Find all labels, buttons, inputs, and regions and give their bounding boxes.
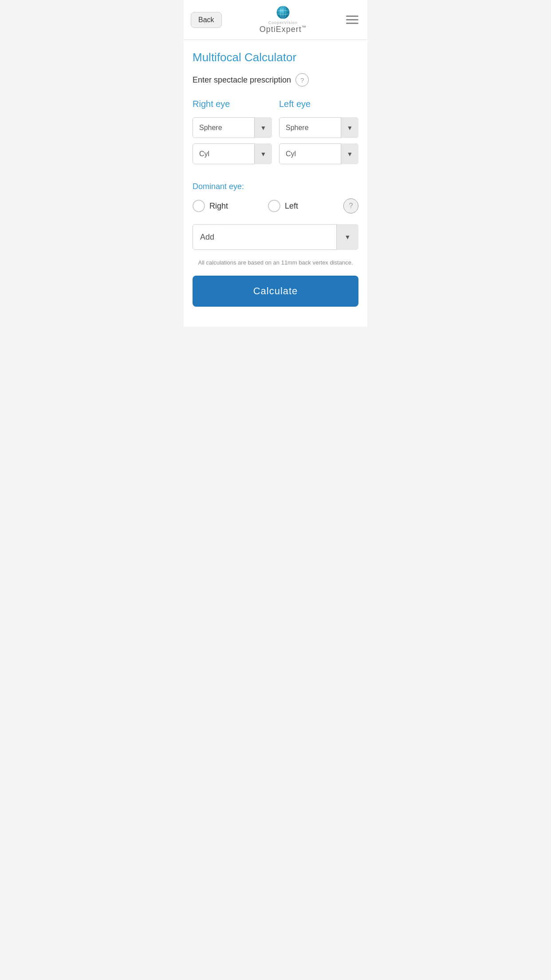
- dominant-left-option[interactable]: Left: [268, 200, 338, 212]
- right-sphere-select[interactable]: Sphere: [193, 117, 272, 138]
- prescription-label-text: Enter spectacle prescription: [193, 75, 291, 85]
- menu-line-3: [346, 23, 358, 24]
- add-section: Add ▼: [193, 224, 358, 250]
- left-sphere-select[interactable]: Sphere: [279, 117, 358, 138]
- prescription-help-button[interactable]: ?: [295, 73, 309, 87]
- left-cyl-select[interactable]: Cyl: [279, 143, 358, 164]
- menu-button[interactable]: [344, 14, 360, 26]
- dominant-right-radio[interactable]: [193, 200, 205, 212]
- back-button[interactable]: Back: [191, 12, 222, 28]
- right-cyl-wrapper: Cyl ▼: [193, 143, 272, 164]
- header: Back CooperVision OptiExpert: [184, 0, 367, 40]
- dominant-left-label: Left: [285, 202, 298, 211]
- main-content: Multifocal Calculator Enter spectacle pr…: [184, 40, 367, 317]
- right-eye-label: Right eye: [193, 99, 272, 109]
- dominant-eye-section: Dominant eye: Right Left ?: [193, 182, 358, 213]
- coopervision-logo: [276, 5, 290, 20]
- disclaimer-text: All calculations are based on an 11mm ba…: [193, 259, 358, 267]
- right-eye-column: Right eye Sphere ▼ Cyl ▼: [193, 99, 272, 170]
- dominant-help-button[interactable]: ?: [343, 198, 358, 213]
- right-sphere-wrapper: Sphere ▼: [193, 117, 272, 138]
- header-center: CooperVision OptiExpert™: [260, 5, 307, 34]
- left-eye-label: Left eye: [279, 99, 358, 109]
- eye-columns: Right eye Sphere ▼ Cyl ▼ Left eye: [193, 99, 358, 170]
- brand-name: OptiExpert™: [260, 25, 307, 34]
- left-sphere-wrapper: Sphere ▼: [279, 117, 358, 138]
- calculate-button[interactable]: Calculate: [193, 276, 358, 307]
- brand-sub-label: CooperVision: [268, 20, 298, 25]
- dominant-eye-radio-group: Right Left ?: [193, 198, 358, 213]
- right-cyl-select[interactable]: Cyl: [193, 143, 272, 164]
- menu-line-1: [346, 16, 358, 17]
- menu-line-2: [346, 19, 358, 20]
- phone-container: Back CooperVision OptiExpert: [184, 0, 367, 327]
- dominant-right-label: Right: [209, 202, 228, 211]
- page-title: Multifocal Calculator: [193, 51, 358, 64]
- left-cyl-wrapper: Cyl ▼: [279, 143, 358, 164]
- prescription-label-row: Enter spectacle prescription ?: [193, 73, 358, 87]
- add-select[interactable]: Add: [193, 224, 358, 250]
- add-select-wrapper: Add ▼: [193, 224, 358, 250]
- left-eye-column: Left eye Sphere ▼ Cyl ▼: [279, 99, 358, 170]
- dominant-eye-label: Dominant eye:: [193, 182, 358, 191]
- dominant-left-radio[interactable]: [268, 200, 280, 212]
- dominant-right-option[interactable]: Right: [193, 200, 263, 212]
